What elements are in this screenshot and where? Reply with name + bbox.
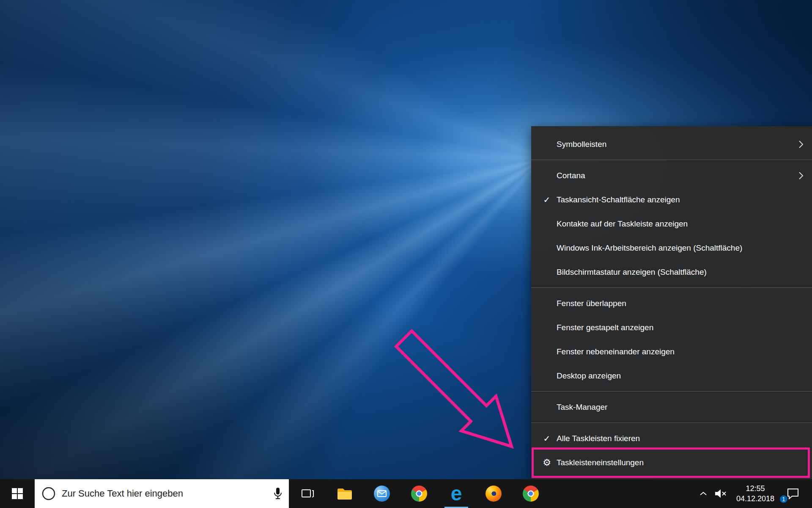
menu-item-label: Alle Taskleisten fixieren: [557, 434, 640, 443]
chevron-right-icon: [798, 171, 804, 180]
chrome-button[interactable]: [401, 479, 438, 508]
menu-item-task-view-button[interactable]: ✓ Taskansicht-Schaltfläche anzeigen: [531, 188, 812, 212]
menu-item-lock-taskbars[interactable]: ✓ Alle Taskleisten fixieren: [531, 426, 812, 450]
firefox-icon: [486, 486, 502, 502]
menu-separator: [531, 287, 812, 288]
menu-item-cascade-windows[interactable]: Fenster überlappen: [531, 291, 812, 315]
taskbar: e: [0, 479, 812, 508]
menu-item-label: Taskleisteneinstellungen: [557, 458, 644, 467]
edge-icon: e: [451, 483, 462, 504]
chrome-2-icon: [523, 486, 539, 502]
action-center-icon: [787, 488, 799, 500]
menu-item-label: Taskansicht-Schaltfläche anzeigen: [557, 195, 680, 204]
check-icon: ✓: [540, 433, 553, 444]
task-view-button[interactable]: [289, 479, 326, 508]
menu-item-task-manager[interactable]: Task-Manager: [531, 395, 812, 419]
edge-button[interactable]: e: [438, 479, 475, 508]
start-button[interactable]: [0, 479, 35, 508]
menu-item-side-by-side-windows[interactable]: Fenster nebeneinander anzeigen: [531, 340, 812, 364]
windows-logo-icon: [12, 488, 23, 499]
taskbar-clock[interactable]: 12:55 04.12.2018: [730, 483, 781, 504]
mail-button[interactable]: [363, 479, 401, 508]
chevron-right-icon: [798, 140, 804, 149]
menu-separator: [531, 160, 812, 160]
file-explorer-icon: [337, 486, 353, 501]
menu-item-taskbar-settings[interactable]: ⚙ Taskleisteneinstellungen: [531, 450, 812, 475]
mail-icon: [374, 486, 390, 502]
file-explorer-button[interactable]: [326, 479, 363, 508]
notification-badge: 1: [779, 494, 788, 504]
menu-item-label: Symbolleisten: [557, 140, 606, 149]
gear-icon: ⚙: [540, 458, 553, 467]
menu-item-label: Fenster nebeneinander anzeigen: [557, 347, 675, 356]
volume-button[interactable]: [711, 479, 730, 508]
firefox-button[interactable]: [475, 479, 512, 508]
chrome-icon: [411, 486, 427, 502]
system-tray: 12:55 04.12.2018 1: [695, 479, 812, 508]
taskbar-search-box[interactable]: [35, 479, 289, 508]
cortana-icon: [41, 486, 56, 501]
menu-item-label: Kontakte auf der Taskleiste anzeigen: [557, 219, 688, 229]
menu-item-label: Cortana: [557, 171, 585, 180]
search-input[interactable]: [62, 488, 269, 499]
menu-item-cortana[interactable]: Cortana: [531, 163, 812, 188]
menu-item-stacked-windows[interactable]: Fenster gestapelt anzeigen: [531, 315, 812, 340]
menu-item-touch-keyboard[interactable]: Bildschirmtastatur anzeigen (Schaltfläch…: [531, 260, 812, 284]
taskbar-app-buttons: e: [289, 479, 549, 508]
menu-item-show-desktop[interactable]: Desktop anzeigen: [531, 364, 812, 388]
chevron-up-icon: [700, 491, 707, 496]
menu-item-label: Fenster gestapelt anzeigen: [557, 323, 653, 332]
menu-item-label: Windows Ink-Arbeitsbereich anzeigen (Sch…: [557, 243, 742, 253]
clock-date: 04.12.2018: [730, 494, 781, 504]
clock-time: 12:55: [730, 483, 781, 494]
menu-item-label: Fenster überlappen: [557, 299, 626, 308]
taskbar-context-menu: Symbolleisten Cortana ✓ Taskansicht-Scha…: [531, 126, 812, 479]
speaker-muted-icon: [714, 489, 727, 499]
menu-item-toolbars[interactable]: Symbolleisten: [531, 132, 812, 156]
microphone-icon[interactable]: [273, 487, 283, 500]
menu-item-label: Desktop anzeigen: [557, 371, 621, 381]
check-icon: ✓: [540, 195, 553, 205]
menu-item-label: Bildschirmtastatur anzeigen (Schaltfläch…: [557, 268, 707, 277]
menu-item-windows-ink-workspace[interactable]: Windows Ink-Arbeitsbereich anzeigen (Sch…: [531, 236, 812, 260]
tray-overflow-button[interactable]: [695, 479, 711, 508]
menu-item-label: Task-Manager: [557, 403, 607, 412]
menu-item-people-on-taskbar[interactable]: Kontakte auf der Taskleiste anzeigen: [531, 212, 812, 236]
windows-desktop-screen: Symbolleisten Cortana ✓ Taskansicht-Scha…: [0, 0, 812, 508]
action-center-button[interactable]: 1: [781, 479, 805, 508]
task-view-icon: [300, 486, 315, 501]
chrome-2-button[interactable]: [512, 479, 549, 508]
menu-separator: [531, 391, 812, 392]
menu-separator: [531, 422, 812, 423]
